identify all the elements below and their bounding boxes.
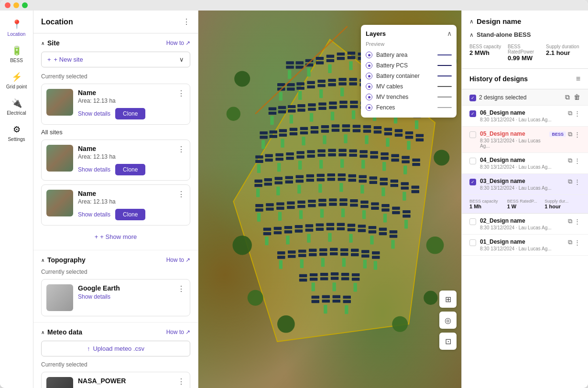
- design-04-checkbox[interactable]: [469, 158, 476, 164]
- meteo-collapse-icon[interactable]: ∧: [41, 330, 44, 335]
- design-01-more-icon[interactable]: ⋮: [574, 239, 580, 246]
- svg-rect-138: [255, 160, 263, 163]
- design-03-name: 03_Design name: [480, 178, 564, 184]
- layer-eye-fences[interactable]: [366, 104, 372, 111]
- design-04-copy-icon[interactable]: ⧉: [568, 157, 572, 164]
- design-03-expanded: BESS capacity 1 Mh BESS RatedP... 1 W Su…: [462, 195, 588, 214]
- topo-collapse-icon[interactable]: ∧: [41, 258, 44, 263]
- sidebar-item-grid-point[interactable]: ⚡ Grid point: [0, 68, 33, 93]
- svg-rect-105: [300, 127, 308, 130]
- stand-alone-title: Stand-alone BESS: [477, 31, 531, 38]
- topo-how-to-link[interactable]: How to ↗: [166, 257, 190, 263]
- selected-clone-button[interactable]: Clone: [115, 108, 145, 119]
- sidebar-item-settings[interactable]: ⚙ Settings: [0, 120, 33, 146]
- new-site-button[interactable]: + + New site ∨: [41, 52, 190, 67]
- site-thumbnail: [46, 89, 73, 116]
- panel-more-button[interactable]: ⋮: [183, 17, 190, 26]
- show-details-link-1[interactable]: Show details: [78, 166, 110, 173]
- nav-label-settings: Settings: [8, 137, 25, 142]
- nasa-more-button[interactable]: ⋮: [177, 377, 185, 386]
- design-01-checkbox[interactable]: [469, 239, 476, 246]
- close-dot[interactable]: [5, 2, 11, 8]
- maximize-dot[interactable]: [22, 2, 28, 8]
- show-details-link-2[interactable]: Show details: [78, 211, 110, 218]
- sidebar-item-bess[interactable]: 🔋 BESS: [0, 42, 33, 67]
- site-collapse-icon[interactable]: ∧: [41, 41, 44, 46]
- svg-point-349: [424, 291, 437, 305]
- clone-button-2[interactable]: Clone: [115, 209, 145, 220]
- minimize-dot[interactable]: [13, 2, 19, 8]
- selected-show-details-link[interactable]: Show details: [78, 110, 110, 117]
- sidebar-item-electrical[interactable]: 🔌 Electrical: [0, 94, 33, 119]
- layer-eye-battery-container[interactable]: [366, 73, 372, 79]
- svg-rect-285: [349, 234, 352, 242]
- site-more-button-1[interactable]: ⋮: [177, 145, 185, 154]
- layer-line-battery-container: [437, 75, 452, 76]
- design-06-more-icon[interactable]: ⋮: [574, 110, 580, 117]
- sidebar-item-location[interactable]: 📍 Location: [0, 15, 33, 41]
- meteo-how-to-link[interactable]: How to ↗: [166, 329, 190, 335]
- layer-eye-mv-cables[interactable]: [366, 83, 372, 90]
- design-03-copy-icon[interactable]: ⧉: [568, 178, 572, 185]
- plus-icon-2: +: [95, 233, 98, 240]
- expanded-bess-cap-value: 1 Mh: [469, 204, 505, 209]
- svg-point-339: [234, 71, 250, 86]
- svg-rect-246: [403, 215, 411, 217]
- design-04-more-icon[interactable]: ⋮: [574, 157, 580, 164]
- map-area[interactable]: Layers ∧ Preview Battery area Battery PC…: [198, 11, 461, 388]
- bess-rated-power-value: 0.99 MW: [508, 54, 542, 62]
- clone-button-1[interactable]: Clone: [115, 164, 145, 175]
- design-02-copy-icon[interactable]: ⧉: [568, 217, 572, 225]
- layers-close-button[interactable]: ∧: [447, 30, 452, 37]
- svg-rect-142: [275, 158, 283, 161]
- design-06-copy-icon[interactable]: ⧉: [568, 109, 572, 117]
- design-01-name: 01_Design name: [480, 238, 564, 245]
- layer-battery-area: Battery area: [366, 50, 452, 60]
- design-03-more-icon[interactable]: ⋮: [574, 178, 580, 185]
- layer-battery-container: Battery container: [366, 71, 452, 81]
- svg-rect-252: [362, 210, 366, 219]
- svg-rect-284: [328, 233, 331, 242]
- svg-point-344: [426, 237, 444, 254]
- layer-line-mv-trenches: [437, 97, 452, 97]
- layer-eye-battery-area[interactable]: [366, 52, 372, 58]
- svg-rect-323: [341, 277, 349, 280]
- design-collapse-icon[interactable]: ∧: [469, 18, 474, 25]
- site-more-button-2[interactable]: ⋮: [177, 190, 185, 199]
- svg-rect-163: [391, 154, 399, 157]
- upload-meteo-button[interactable]: ↑ Upload meteo .csv: [41, 341, 190, 356]
- location-control-button[interactable]: ◎: [439, 312, 457, 329]
- svg-rect-59: [269, 108, 277, 110]
- fullscreen-control-button[interactable]: ⊡: [439, 333, 457, 350]
- layer-eye-battery-pcs[interactable]: [366, 62, 372, 69]
- svg-rect-315: [299, 279, 307, 281]
- design-02-checkbox[interactable]: [469, 218, 476, 225]
- grid-control-button[interactable]: ⊞: [439, 291, 457, 308]
- layer-mv-cables: MV cables: [366, 81, 452, 92]
- select-all-checkbox[interactable]: [469, 95, 476, 101]
- upload-icon: ↑: [87, 345, 90, 352]
- stand-alone-collapse-icon[interactable]: ∧: [469, 32, 474, 38]
- site-how-to-link[interactable]: How to ↗: [166, 40, 190, 46]
- show-more-button[interactable]: + + Show more: [41, 229, 190, 244]
- design-02-more-icon[interactable]: ⋮: [574, 218, 580, 225]
- design-05-checkbox[interactable]: [469, 131, 476, 138]
- svg-rect-60: [269, 112, 277, 115]
- history-filter-button[interactable]: ≡: [576, 75, 580, 83]
- copy-selected-button[interactable]: ⧉: [565, 93, 570, 101]
- svg-rect-137: [255, 155, 263, 158]
- svg-rect-33: [307, 86, 315, 88]
- design-01-copy-icon[interactable]: ⧉: [568, 238, 572, 246]
- svg-rect-109: [321, 125, 329, 128]
- nav-label-grid-point: Grid point: [6, 84, 27, 89]
- ge-show-details-link[interactable]: Show details: [78, 293, 110, 300]
- ge-more-button[interactable]: ⋮: [177, 284, 185, 293]
- layer-eye-mv-trenches[interactable]: [366, 94, 372, 100]
- selected-site-more-button[interactable]: ⋮: [177, 89, 185, 98]
- design-05-more-icon[interactable]: ⋮: [574, 131, 580, 138]
- design-05-copy-icon[interactable]: ⧉: [568, 130, 572, 138]
- delete-selected-button[interactable]: 🗑: [574, 93, 580, 101]
- svg-rect-257: [274, 227, 282, 230]
- design-03-checkbox[interactable]: [469, 179, 476, 185]
- design-06-checkbox[interactable]: [469, 110, 476, 117]
